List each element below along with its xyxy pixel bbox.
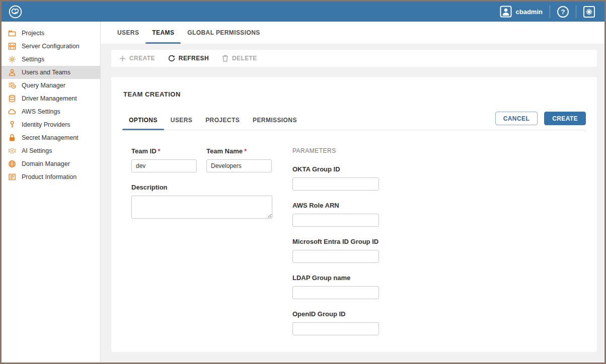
tab-label: USERS xyxy=(171,117,192,124)
settings-button[interactable] xyxy=(576,2,596,22)
parameters-heading: PARAMETERS xyxy=(292,147,443,154)
openid-group-id-label: OpenID Group ID xyxy=(292,310,443,318)
aws-role-arn-input[interactable] xyxy=(292,214,379,227)
help-button[interactable]: ? xyxy=(550,2,576,22)
aws-role-arn-label: AWS Role ARN xyxy=(292,202,443,209)
sidebar-item-product-information[interactable]: Product Information xyxy=(2,170,100,184)
server-icon xyxy=(8,42,16,51)
team-creation-tabs: OPTIONS USERS PROJECTS PERMISSIONS CANCE… xyxy=(122,110,586,130)
entra-group-id-label: Microsoft Entra ID Group ID xyxy=(292,238,443,245)
document-icon xyxy=(8,173,16,181)
refresh-button[interactable]: REFRESH xyxy=(168,55,209,62)
sidebar-item-label: Identity Providers xyxy=(22,118,70,131)
sidebar-item-aws-settings[interactable]: AWS Settings xyxy=(2,105,100,118)
tab-label: GLOBAL PERMISSIONS xyxy=(187,29,260,36)
toolbar-refresh-label: REFRESH xyxy=(179,55,209,62)
create-button[interactable]: CREATE xyxy=(544,112,586,125)
help-icon: ? xyxy=(557,6,569,18)
sidebar-item-label: Users and Teams xyxy=(22,66,70,79)
okta-group-id-label: OKTA Group ID xyxy=(292,165,443,173)
username: cbadmin xyxy=(516,8,543,16)
team-name-label: Team Name* xyxy=(206,147,272,155)
description-label: Description xyxy=(131,184,272,191)
sidebar-item-label: Product Information xyxy=(22,170,77,184)
app-window: cbadmin ? xyxy=(0,0,606,364)
toolbar-create-label: CREATE xyxy=(129,55,155,62)
ldap-group-name-label: LDAP Group name xyxy=(292,274,443,282)
required-marker: * xyxy=(244,147,247,155)
ai-chip-icon xyxy=(8,147,16,155)
refresh-icon xyxy=(168,55,175,62)
tab-label: OPTIONS xyxy=(129,117,158,124)
sidebar-item-label: Projects xyxy=(22,27,44,40)
sidebar-item-secret-management[interactable]: Secret Management xyxy=(2,131,100,144)
admin-sidebar: Projects Server Configuration Settings U… xyxy=(2,22,101,362)
sidebar-item-ai-settings[interactable]: AI Settings xyxy=(2,144,100,157)
toolbar-delete-label: DELETE xyxy=(232,55,257,62)
sidebar-item-users-and-teams[interactable]: Users and Teams xyxy=(2,66,100,79)
create-team-button[interactable]: CREATE xyxy=(119,55,155,62)
topbar: cbadmin ? xyxy=(2,2,604,22)
team-id-label: Team ID* xyxy=(131,147,197,155)
query-icon xyxy=(8,81,16,90)
admin-tabs: USERS TEAMS GLOBAL PERMISSIONS xyxy=(101,22,604,44)
svg-text:?: ? xyxy=(561,8,565,16)
sidebar-item-label: AWS Settings xyxy=(22,105,60,118)
sidebar-item-domain-manager[interactable]: Domain Manager xyxy=(2,157,100,170)
description-textarea[interactable] xyxy=(131,196,272,219)
tab-options[interactable]: OPTIONS xyxy=(122,110,164,130)
users-icon xyxy=(8,68,16,77)
sidebar-item-driver-management[interactable]: Driver Management xyxy=(2,92,100,105)
label-text: Team ID xyxy=(131,147,157,155)
database-icon xyxy=(8,95,16,103)
tab-global-permissions[interactable]: GLOBAL PERMISSIONS xyxy=(181,22,266,44)
projects-icon xyxy=(8,29,16,38)
sidebar-item-label: Domain Manager xyxy=(22,157,70,170)
cloud-icon xyxy=(8,108,16,116)
ldap-group-name-input[interactable] xyxy=(292,286,379,299)
gear-icon xyxy=(8,55,16,64)
okta-group-id-input[interactable] xyxy=(292,177,379,191)
team-id-input[interactable] xyxy=(131,159,197,172)
team-options-form: Team ID* Team Name* xyxy=(122,130,586,346)
entra-group-id-input[interactable] xyxy=(292,250,379,263)
tab-teams[interactable]: TEAMS xyxy=(145,22,181,44)
plus-icon xyxy=(119,55,126,62)
sidebar-item-identity-providers[interactable]: Identity Providers xyxy=(2,118,100,131)
tab-team-permissions[interactable]: PERMISSIONS xyxy=(246,110,304,130)
tab-label: TEAMS xyxy=(152,29,174,36)
settings-gear-icon xyxy=(583,6,595,18)
label-text: Team Name xyxy=(206,147,243,155)
tab-users[interactable]: USERS xyxy=(111,22,145,44)
user-avatar-icon xyxy=(500,6,512,18)
teams-toolbar: CREATE REFRESH DELETE xyxy=(111,50,597,67)
sidebar-item-server-configuration[interactable]: Server Configuration xyxy=(2,40,100,53)
sidebar-item-query-manager[interactable]: Query Manager xyxy=(2,79,100,92)
user-menu[interactable]: cbadmin xyxy=(493,2,550,22)
openid-group-id-input[interactable] xyxy=(292,322,379,335)
sidebar-item-label: Secret Management xyxy=(22,131,79,144)
globe-icon xyxy=(8,160,16,168)
tab-team-projects[interactable]: PROJECTS xyxy=(199,110,246,130)
tab-label: PROJECTS xyxy=(205,117,240,124)
sidebar-item-settings[interactable]: Settings xyxy=(2,53,100,66)
team-name-input[interactable] xyxy=(206,159,272,172)
trash-icon xyxy=(222,55,229,62)
required-marker: * xyxy=(158,147,161,155)
sidebar-item-projects[interactable]: Projects xyxy=(2,27,100,40)
tab-team-users[interactable]: USERS xyxy=(164,110,199,130)
sidebar-item-label: Driver Management xyxy=(22,92,77,105)
sidebar-item-label: AI Settings xyxy=(22,144,52,157)
lock-icon xyxy=(8,134,16,142)
sidebar-item-label: Server Configuration xyxy=(22,40,80,53)
team-creation-panel: TEAM CREATION OPTIONS USERS PROJECTS PER… xyxy=(111,77,597,352)
cancel-button[interactable]: CANCEL xyxy=(495,112,538,125)
main-area: USERS TEAMS GLOBAL PERMISSIONS CREATE xyxy=(101,22,604,362)
tab-label: PERMISSIONS xyxy=(253,117,297,124)
sidebar-item-label: Settings xyxy=(22,53,44,66)
sidebar-item-label: Query Manager xyxy=(22,79,65,92)
panel-title: TEAM CREATION xyxy=(122,77,586,98)
key-icon xyxy=(8,121,16,129)
delete-team-button[interactable]: DELETE xyxy=(222,55,257,62)
cloudbeaver-logo xyxy=(9,5,22,19)
